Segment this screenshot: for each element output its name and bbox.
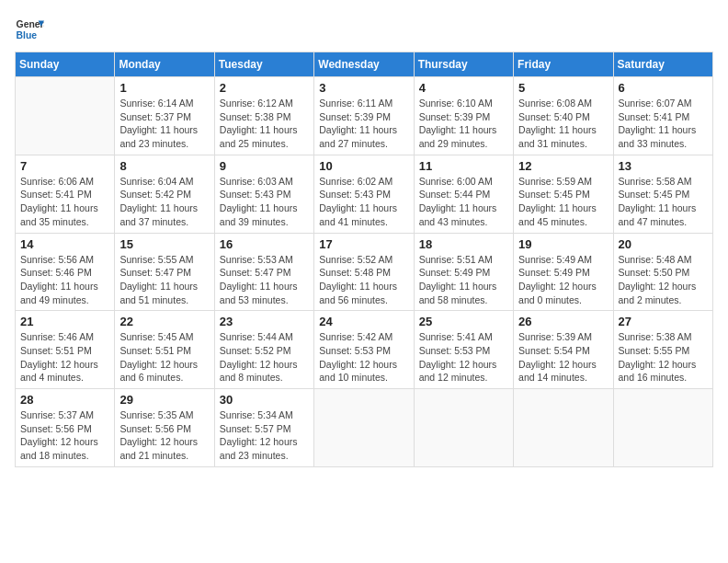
- day-number: 2: [220, 81, 309, 95]
- day-number: 16: [220, 237, 309, 251]
- day-number: 8: [119, 159, 209, 173]
- weekday-sunday: Sunday: [16, 52, 115, 77]
- day-cell: [414, 389, 513, 467]
- day-info: Sunrise: 6:14 AMSunset: 5:37 PMDaylight:…: [119, 97, 209, 151]
- day-info: Sunrise: 5:49 AMSunset: 5:49 PMDaylight:…: [518, 253, 608, 307]
- day-number: 11: [419, 159, 508, 173]
- day-cell: 2Sunrise: 6:12 AMSunset: 5:38 PMDaylight…: [214, 77, 313, 155]
- day-info: Sunrise: 5:38 AMSunset: 5:55 PMDaylight:…: [619, 330, 708, 385]
- day-info: Sunrise: 5:51 AMSunset: 5:49 PMDaylight:…: [419, 253, 508, 307]
- weekday-thursday: Thursday: [414, 52, 513, 77]
- day-number: 28: [20, 393, 109, 407]
- day-number: 17: [319, 237, 408, 251]
- logo-icon: General Blue: [15, 15, 44, 44]
- week-row-3: 14Sunrise: 5:56 AMSunset: 5:46 PMDayligh…: [16, 233, 713, 311]
- day-number: 9: [220, 159, 309, 173]
- day-number: 1: [119, 81, 209, 95]
- day-cell: 27Sunrise: 5:38 AMSunset: 5:55 PMDayligh…: [613, 311, 712, 389]
- day-cell: 23Sunrise: 5:44 AMSunset: 5:52 PMDayligh…: [214, 311, 313, 389]
- day-info: Sunrise: 6:03 AMSunset: 5:43 PMDaylight:…: [220, 175, 309, 229]
- day-cell: [16, 77, 115, 155]
- day-cell: 11Sunrise: 6:00 AMSunset: 5:44 PMDayligh…: [414, 155, 513, 233]
- day-cell: 1Sunrise: 6:14 AMSunset: 5:37 PMDaylight…: [115, 77, 214, 155]
- day-number: 25: [419, 315, 508, 328]
- weekday-monday: Monday: [115, 52, 214, 77]
- day-info: Sunrise: 5:58 AMSunset: 5:45 PMDaylight:…: [619, 175, 708, 229]
- day-number: 30: [220, 393, 309, 407]
- day-number: 23: [220, 315, 309, 328]
- day-number: 22: [119, 315, 209, 328]
- day-info: Sunrise: 5:37 AMSunset: 5:56 PMDaylight:…: [20, 408, 109, 463]
- weekday-tuesday: Tuesday: [214, 52, 313, 77]
- day-cell: 18Sunrise: 5:51 AMSunset: 5:49 PMDayligh…: [414, 233, 513, 311]
- day-number: 7: [20, 159, 109, 173]
- day-cell: 12Sunrise: 5:59 AMSunset: 5:45 PMDayligh…: [514, 155, 613, 233]
- day-number: 15: [119, 237, 209, 251]
- weekday-saturday: Saturday: [613, 52, 712, 77]
- day-info: Sunrise: 5:52 AMSunset: 5:48 PMDaylight:…: [319, 253, 408, 307]
- day-cell: 20Sunrise: 5:48 AMSunset: 5:50 PMDayligh…: [613, 233, 712, 311]
- day-number: 6: [619, 81, 708, 95]
- day-info: Sunrise: 5:53 AMSunset: 5:47 PMDaylight:…: [220, 253, 309, 307]
- day-cell: [514, 389, 613, 467]
- day-info: Sunrise: 5:55 AMSunset: 5:47 PMDaylight:…: [119, 253, 209, 307]
- day-number: 5: [518, 81, 608, 95]
- svg-text:Blue: Blue: [17, 30, 38, 40]
- day-cell: 24Sunrise: 5:42 AMSunset: 5:53 PMDayligh…: [314, 311, 414, 389]
- calendar-table: SundayMondayTuesdayWednesdayThursdayFrid…: [15, 52, 713, 467]
- week-row-2: 7Sunrise: 6:06 AMSunset: 5:41 PMDaylight…: [16, 155, 713, 233]
- calendar-body: 1Sunrise: 6:14 AMSunset: 5:37 PMDaylight…: [16, 77, 713, 467]
- day-number: 3: [319, 81, 408, 95]
- day-cell: 4Sunrise: 6:10 AMSunset: 5:39 PMDaylight…: [414, 77, 513, 155]
- day-cell: 29Sunrise: 5:35 AMSunset: 5:56 PMDayligh…: [115, 389, 214, 467]
- day-cell: [613, 389, 712, 467]
- page-header: General Blue: [15, 15, 713, 44]
- day-number: 27: [619, 315, 708, 328]
- day-cell: 10Sunrise: 6:02 AMSunset: 5:43 PMDayligh…: [314, 155, 414, 233]
- day-info: Sunrise: 6:11 AMSunset: 5:39 PMDaylight:…: [319, 97, 408, 151]
- day-cell: 3Sunrise: 6:11 AMSunset: 5:39 PMDaylight…: [314, 77, 414, 155]
- day-number: 12: [518, 159, 608, 173]
- day-number: 13: [619, 159, 708, 173]
- day-number: 14: [20, 237, 109, 251]
- day-info: Sunrise: 6:06 AMSunset: 5:41 PMDaylight:…: [20, 175, 109, 229]
- day-number: 18: [419, 237, 508, 251]
- day-cell: 6Sunrise: 6:07 AMSunset: 5:41 PMDaylight…: [613, 77, 712, 155]
- day-info: Sunrise: 5:42 AMSunset: 5:53 PMDaylight:…: [319, 330, 408, 385]
- day-cell: 5Sunrise: 6:08 AMSunset: 5:40 PMDaylight…: [514, 77, 613, 155]
- day-cell: 22Sunrise: 5:45 AMSunset: 5:51 PMDayligh…: [115, 311, 214, 389]
- day-cell: 14Sunrise: 5:56 AMSunset: 5:46 PMDayligh…: [16, 233, 115, 311]
- day-info: Sunrise: 5:56 AMSunset: 5:46 PMDaylight:…: [20, 253, 109, 307]
- day-number: 10: [319, 159, 408, 173]
- day-cell: 7Sunrise: 6:06 AMSunset: 5:41 PMDaylight…: [16, 155, 115, 233]
- day-cell: 13Sunrise: 5:58 AMSunset: 5:45 PMDayligh…: [613, 155, 712, 233]
- week-row-4: 21Sunrise: 5:46 AMSunset: 5:51 PMDayligh…: [16, 311, 713, 389]
- day-cell: 17Sunrise: 5:52 AMSunset: 5:48 PMDayligh…: [314, 233, 414, 311]
- day-cell: 16Sunrise: 5:53 AMSunset: 5:47 PMDayligh…: [214, 233, 313, 311]
- day-info: Sunrise: 5:34 AMSunset: 5:57 PMDaylight:…: [220, 408, 309, 463]
- day-cell: [314, 389, 414, 467]
- day-info: Sunrise: 5:35 AMSunset: 5:56 PMDaylight:…: [119, 408, 209, 463]
- day-number: 19: [518, 237, 608, 251]
- day-cell: 25Sunrise: 5:41 AMSunset: 5:53 PMDayligh…: [414, 311, 513, 389]
- day-number: 26: [518, 315, 608, 328]
- week-row-1: 1Sunrise: 6:14 AMSunset: 5:37 PMDaylight…: [16, 77, 713, 155]
- logo: General Blue: [15, 15, 44, 44]
- day-number: 4: [419, 81, 508, 95]
- day-info: Sunrise: 5:44 AMSunset: 5:52 PMDaylight:…: [220, 330, 309, 385]
- day-cell: 15Sunrise: 5:55 AMSunset: 5:47 PMDayligh…: [115, 233, 214, 311]
- weekday-wednesday: Wednesday: [314, 52, 414, 77]
- weekday-friday: Friday: [514, 52, 613, 77]
- weekday-header-row: SundayMondayTuesdayWednesdayThursdayFrid…: [16, 52, 713, 77]
- day-info: Sunrise: 6:07 AMSunset: 5:41 PMDaylight:…: [619, 97, 708, 151]
- day-cell: 26Sunrise: 5:39 AMSunset: 5:54 PMDayligh…: [514, 311, 613, 389]
- day-cell: 9Sunrise: 6:03 AMSunset: 5:43 PMDaylight…: [214, 155, 313, 233]
- day-info: Sunrise: 5:48 AMSunset: 5:50 PMDaylight:…: [619, 253, 708, 307]
- day-info: Sunrise: 6:08 AMSunset: 5:40 PMDaylight:…: [518, 97, 608, 151]
- day-cell: 21Sunrise: 5:46 AMSunset: 5:51 PMDayligh…: [16, 311, 115, 389]
- day-info: Sunrise: 5:41 AMSunset: 5:53 PMDaylight:…: [419, 330, 508, 385]
- day-cell: 19Sunrise: 5:49 AMSunset: 5:49 PMDayligh…: [514, 233, 613, 311]
- day-info: Sunrise: 5:59 AMSunset: 5:45 PMDaylight:…: [518, 175, 608, 229]
- day-info: Sunrise: 6:02 AMSunset: 5:43 PMDaylight:…: [319, 175, 408, 229]
- day-info: Sunrise: 5:46 AMSunset: 5:51 PMDaylight:…: [20, 330, 109, 385]
